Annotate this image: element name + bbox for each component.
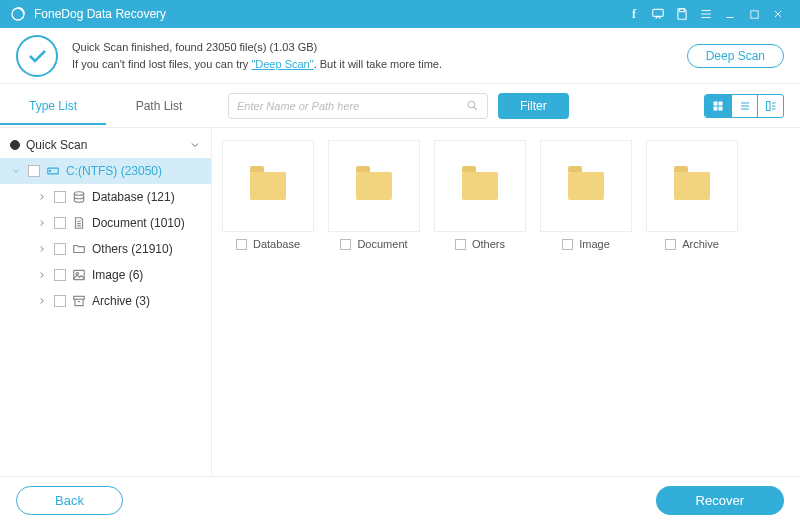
chevron-down-icon[interactable] — [189, 139, 201, 151]
chevron-right-icon[interactable] — [36, 218, 48, 228]
folder-icon — [72, 242, 86, 256]
deep-scan-link[interactable]: "Deep Scan" — [251, 58, 313, 70]
svg-rect-3 — [750, 10, 757, 17]
search-box[interactable] — [228, 93, 488, 119]
svg-rect-2 — [680, 9, 685, 12]
sidebar-item-database[interactable]: Database (121) — [0, 184, 211, 210]
checkbox[interactable] — [54, 243, 66, 255]
svg-point-12 — [74, 192, 83, 196]
checkbox[interactable] — [54, 295, 66, 307]
grid-item-label: Others — [472, 238, 505, 250]
svg-rect-7 — [714, 106, 718, 110]
folder-icon — [328, 140, 420, 232]
search-icon[interactable] — [466, 99, 479, 112]
svg-point-11 — [50, 170, 51, 171]
chevron-right-icon[interactable] — [36, 270, 48, 280]
facebook-icon[interactable]: f — [622, 0, 646, 28]
tabs: Type List Path List — [0, 87, 212, 125]
view-mode-group — [704, 94, 784, 118]
content-grid: Database Document Others Image Archive — [212, 128, 800, 476]
view-detail-button[interactable] — [757, 95, 783, 117]
content: Quick Scan C:(NTFS) (23050) Database (12… — [0, 128, 800, 476]
folder-icon — [434, 140, 526, 232]
deep-scan-button[interactable]: Deep Scan — [687, 44, 784, 68]
svg-rect-8 — [719, 106, 723, 110]
grid-item-label: Database — [253, 238, 300, 250]
sidebar-item-others[interactable]: Others (21910) — [0, 236, 211, 262]
grid-item-label: Document — [357, 238, 407, 250]
app-title: FoneDog Data Recovery — [34, 7, 166, 21]
image-icon — [72, 268, 86, 282]
status-line-1: Quick Scan finished, found 23050 file(s)… — [72, 39, 442, 56]
status-line-2: If you can't find lost files, you can tr… — [72, 56, 442, 73]
grid-item[interactable]: Others — [430, 140, 530, 250]
checkbox[interactable] — [236, 239, 247, 250]
tab-type-list[interactable]: Type List — [0, 87, 106, 125]
save-icon[interactable] — [670, 0, 694, 28]
svg-rect-13 — [74, 270, 85, 279]
search-input[interactable] — [237, 100, 466, 112]
bullet-icon — [10, 140, 20, 150]
database-icon — [72, 190, 86, 204]
svg-point-4 — [468, 101, 475, 108]
grid-item[interactable]: Database — [218, 140, 318, 250]
folder-icon — [646, 140, 738, 232]
checkbox[interactable] — [665, 239, 676, 250]
archive-icon — [72, 294, 86, 308]
chevron-right-icon[interactable] — [36, 244, 48, 254]
checkbox[interactable] — [340, 239, 351, 250]
sidebar-drive[interactable]: C:(NTFS) (23050) — [0, 158, 211, 184]
chevron-right-icon[interactable] — [36, 296, 48, 306]
status-bar: Quick Scan finished, found 23050 file(s)… — [0, 28, 800, 84]
sidebar: Quick Scan C:(NTFS) (23050) Database (12… — [0, 128, 212, 476]
checkbox[interactable] — [54, 217, 66, 229]
checkbox[interactable] — [562, 239, 573, 250]
grid-item-label: Archive — [682, 238, 719, 250]
back-button[interactable]: Back — [16, 486, 123, 515]
view-list-button[interactable] — [731, 95, 757, 117]
document-icon — [72, 216, 86, 230]
toolbar: Type List Path List Filter — [0, 84, 800, 128]
tab-path-list[interactable]: Path List — [106, 87, 212, 125]
footer: Back Recover — [0, 476, 800, 523]
recover-button[interactable]: Recover — [656, 486, 784, 515]
feedback-icon[interactable] — [646, 0, 670, 28]
checkbox[interactable] — [54, 191, 66, 203]
svg-rect-15 — [74, 296, 85, 299]
svg-rect-5 — [714, 101, 718, 105]
sidebar-quick-scan[interactable]: Quick Scan — [0, 132, 211, 158]
view-grid-button[interactable] — [705, 95, 731, 117]
chevron-right-icon[interactable] — [36, 192, 48, 202]
sidebar-item-document[interactable]: Document (1010) — [0, 210, 211, 236]
sidebar-item-image[interactable]: Image (6) — [0, 262, 211, 288]
checkbox[interactable] — [54, 269, 66, 281]
grid-item-label: Image — [579, 238, 610, 250]
maximize-icon[interactable] — [742, 0, 766, 28]
grid-item[interactable]: Image — [536, 140, 636, 250]
drive-icon — [46, 164, 60, 178]
folder-icon — [222, 140, 314, 232]
sidebar-item-archive[interactable]: Archive (3) — [0, 288, 211, 314]
menu-icon[interactable] — [694, 0, 718, 28]
grid-item[interactable]: Document — [324, 140, 424, 250]
folder-icon — [540, 140, 632, 232]
svg-rect-1 — [653, 9, 664, 16]
grid-item[interactable]: Archive — [642, 140, 742, 250]
success-check-icon — [16, 35, 58, 77]
chevron-down-icon[interactable] — [10, 166, 22, 176]
filter-button[interactable]: Filter — [498, 93, 569, 119]
svg-rect-9 — [766, 101, 770, 110]
minimize-icon[interactable] — [718, 0, 742, 28]
titlebar: FoneDog Data Recovery f — [0, 0, 800, 28]
svg-rect-6 — [719, 101, 723, 105]
checkbox[interactable] — [28, 165, 40, 177]
checkbox[interactable] — [455, 239, 466, 250]
app-logo-icon — [10, 6, 26, 22]
close-icon[interactable] — [766, 0, 790, 28]
